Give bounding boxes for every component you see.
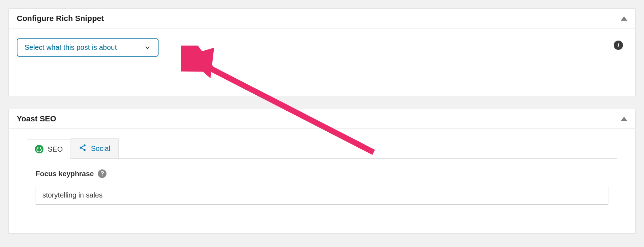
- collapse-up-icon: [621, 16, 627, 21]
- focus-keyphrase-label: Focus keyphrase: [36, 170, 94, 178]
- post-type-select[interactable]: Select what this post is about: [17, 38, 159, 57]
- yoast-title: Yoast SEO: [17, 114, 56, 124]
- rich-snippet-header[interactable]: Configure Rich Snippet: [9, 9, 635, 28]
- tab-seo[interactable]: SEO: [27, 140, 71, 159]
- rich-snippet-body: Select what this post is about i: [9, 28, 635, 96]
- post-type-select-label: Select what this post is about: [25, 43, 117, 52]
- chevron-down-icon: [144, 44, 151, 51]
- yoast-tab-content: Focus keyphrase ?: [27, 158, 617, 219]
- rich-snippet-title: Configure Rich Snippet: [17, 14, 104, 23]
- share-icon: [79, 144, 87, 153]
- svg-point-3: [84, 144, 86, 147]
- yoast-header[interactable]: Yoast SEO: [9, 109, 635, 129]
- help-icon[interactable]: ?: [98, 169, 107, 178]
- tab-social[interactable]: Social: [71, 138, 118, 159]
- svg-point-4: [80, 147, 82, 149]
- smiley-icon: [35, 145, 43, 153]
- focus-keyphrase-label-row: Focus keyphrase ?: [36, 169, 608, 178]
- info-icon[interactable]: i: [614, 41, 623, 50]
- collapse-up-icon: [621, 117, 627, 121]
- yoast-panel: Yoast SEO SEO Social Focus keyphrase ?: [9, 109, 635, 234]
- tab-social-label: Social: [91, 144, 110, 153]
- yoast-body: SEO Social Focus keyphrase ?: [9, 129, 635, 233]
- rich-snippet-panel: Configure Rich Snippet Select what this …: [9, 9, 635, 96]
- focus-keyphrase-input[interactable]: [36, 186, 608, 205]
- svg-marker-2: [185, 48, 214, 78]
- yoast-tabs: SEO Social: [27, 138, 617, 158]
- svg-point-5: [84, 149, 86, 151]
- tab-seo-label: SEO: [48, 145, 63, 153]
